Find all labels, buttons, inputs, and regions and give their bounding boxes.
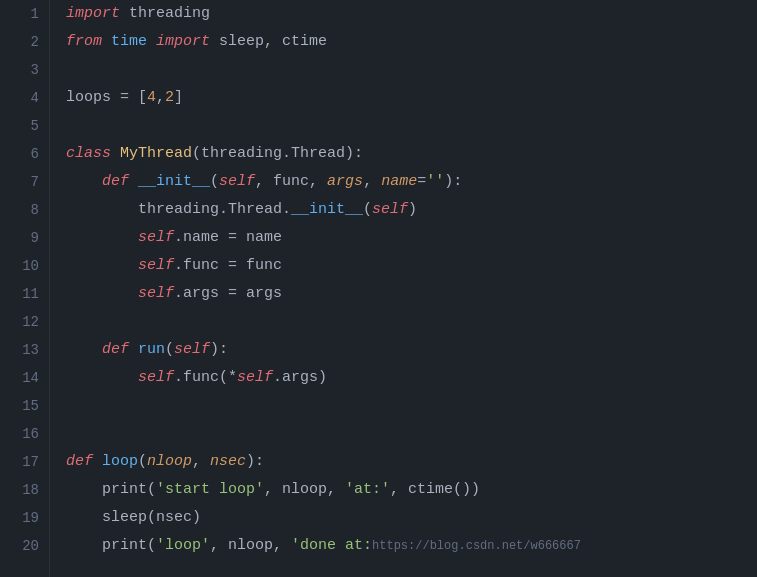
- token-self: self: [219, 168, 255, 196]
- token-plain: ,: [363, 168, 381, 196]
- line-number: 10: [0, 252, 49, 280]
- token-plain: [66, 364, 138, 392]
- token-plain: .args = args: [174, 280, 282, 308]
- token-plain: [129, 168, 138, 196]
- code-line: class MyThread(threading.Thread):: [66, 140, 757, 168]
- code-line: def __init__(self, func, args, name=''):: [66, 168, 757, 196]
- token-plain: , nloop,: [210, 532, 291, 560]
- code-line: [66, 392, 757, 420]
- token-num: 4: [147, 84, 156, 112]
- token-kw: from: [66, 28, 102, 56]
- token-str: 'done at:: [291, 532, 372, 560]
- token-str: '': [426, 168, 444, 196]
- token-plain: [66, 280, 138, 308]
- token-plain: print(: [66, 476, 156, 504]
- token-kw: class: [66, 140, 111, 168]
- code-line: self.args = args: [66, 280, 757, 308]
- token-plain: .func(*: [174, 364, 237, 392]
- token-plain: ,: [156, 84, 165, 112]
- token-kw: def: [66, 448, 93, 476]
- token-str: 'loop': [156, 532, 210, 560]
- line-number: 15: [0, 392, 49, 420]
- token-fn: loop: [102, 448, 138, 476]
- token-plain: sleep, ctime: [210, 28, 327, 56]
- token-plain: threading: [120, 0, 210, 28]
- token-plain: ):: [246, 448, 264, 476]
- token-plain: [111, 140, 120, 168]
- token-fn: run: [138, 336, 165, 364]
- token-plain: (: [138, 448, 147, 476]
- line-number: 18: [0, 476, 49, 504]
- token-self: self: [174, 336, 210, 364]
- token-self: self: [138, 364, 174, 392]
- code-line: from time import sleep, ctime: [66, 28, 757, 56]
- line-number: 12: [0, 308, 49, 336]
- line-number: 4: [0, 84, 49, 112]
- token-param: nsec: [210, 448, 246, 476]
- token-plain: ,: [192, 448, 210, 476]
- token-plain: [147, 28, 156, 56]
- token-kw: def: [102, 336, 129, 364]
- code-line: print('start loop', nloop, 'at:', ctime(…: [66, 476, 757, 504]
- code-line: [66, 420, 757, 448]
- token-plain: [66, 168, 102, 196]
- token-plain: ):: [210, 336, 228, 364]
- token-plain: =: [417, 168, 426, 196]
- token-param: name: [381, 168, 417, 196]
- token-plain: threading.Thread.: [66, 196, 291, 224]
- line-numbers: 1234567891011121314151617181920: [0, 0, 50, 577]
- token-fn: __init__: [138, 168, 210, 196]
- code-line: [66, 56, 757, 84]
- code-line: [66, 112, 757, 140]
- token-num: 2: [165, 84, 174, 112]
- code-line: def run(self):: [66, 336, 757, 364]
- line-number: 2: [0, 28, 49, 56]
- token-plain: sleep(nsec): [66, 504, 201, 532]
- token-plain: ):: [444, 168, 462, 196]
- line-number: 11: [0, 280, 49, 308]
- token-str: 'at:': [345, 476, 390, 504]
- code-editor: 1234567891011121314151617181920 import t…: [0, 0, 757, 577]
- line-number: 16: [0, 420, 49, 448]
- token-self: self: [237, 364, 273, 392]
- token-plain: [93, 448, 102, 476]
- token-plain: loops = [: [66, 84, 147, 112]
- line-number: 3: [0, 56, 49, 84]
- code-line: threading.Thread.__init__(self): [66, 196, 757, 224]
- code-line: import threading: [66, 0, 757, 28]
- line-number: 6: [0, 140, 49, 168]
- token-plain: , nloop,: [264, 476, 345, 504]
- token-plain: .func = func: [174, 252, 282, 280]
- token-self: self: [138, 224, 174, 252]
- token-str: 'start loop': [156, 476, 264, 504]
- line-number: 1: [0, 0, 49, 28]
- code-line: [66, 308, 757, 336]
- code-line: self.func = func: [66, 252, 757, 280]
- line-number: 5: [0, 112, 49, 140]
- token-plain: (: [363, 196, 372, 224]
- token-url: https://blog.csdn.net/w666667: [372, 532, 581, 560]
- code-line: print('loop', nloop, 'done at:https://bl…: [66, 532, 757, 560]
- token-plain: , ctime()): [390, 476, 480, 504]
- code-line: self.func(*self.args): [66, 364, 757, 392]
- token-plain: (: [210, 168, 219, 196]
- token-plain: (threading.Thread):: [192, 140, 363, 168]
- line-number: 14: [0, 364, 49, 392]
- token-plain: ): [408, 196, 417, 224]
- code-content: import threadingfrom time import sleep, …: [50, 0, 757, 577]
- line-number: 7: [0, 168, 49, 196]
- code-line: loops = [4,2]: [66, 84, 757, 112]
- token-cls: MyThread: [120, 140, 192, 168]
- token-plain: .name = name: [174, 224, 282, 252]
- token-plain: (: [165, 336, 174, 364]
- line-number: 17: [0, 448, 49, 476]
- line-number: 20: [0, 532, 49, 560]
- line-number: 8: [0, 196, 49, 224]
- code-line: sleep(nsec): [66, 504, 757, 532]
- token-plain: [66, 252, 138, 280]
- line-number: 19: [0, 504, 49, 532]
- token-kw: import: [156, 28, 210, 56]
- line-number: 13: [0, 336, 49, 364]
- token-plain: [66, 224, 138, 252]
- token-plain: .args): [273, 364, 327, 392]
